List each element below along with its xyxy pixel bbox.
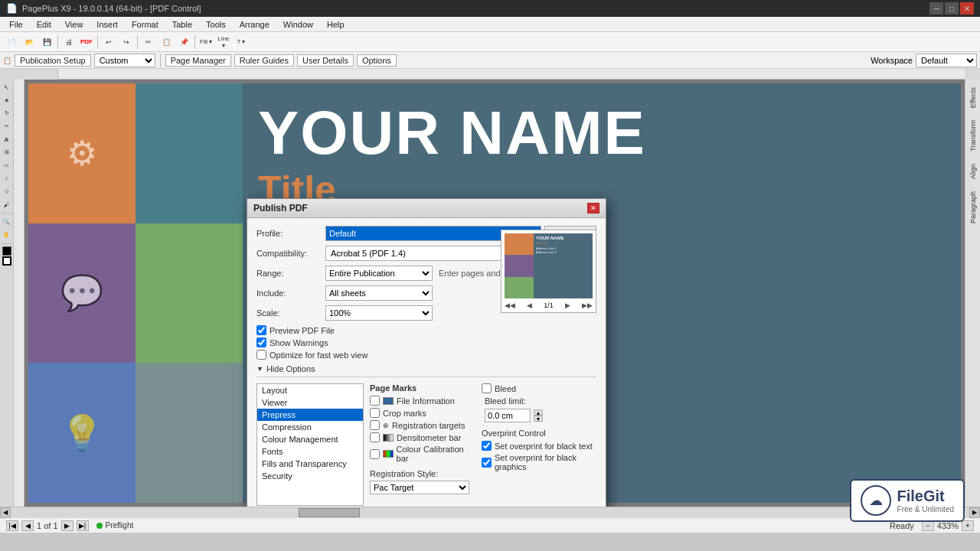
bleed-panel: Bleed Bleed limit: ▲ ▼ Overprin <box>482 383 596 506</box>
pan-tool[interactable]: ✋ <box>1 229 13 241</box>
range-select[interactable]: Entire Publication <box>325 266 433 281</box>
rotate-tool[interactable]: ↻ <box>1 107 13 119</box>
list-fonts[interactable]: Fonts <box>257 445 363 458</box>
overprint-text-checkbox[interactable] <box>482 441 492 451</box>
list-security[interactable]: Security <box>257 470 363 482</box>
prev-page-btn-status[interactable]: ◀ <box>21 520 34 531</box>
scale-select[interactable]: 100% <box>325 305 433 321</box>
menu-help[interactable]: Help <box>321 18 351 31</box>
next-page-btn[interactable]: ▶▶ <box>582 302 593 309</box>
zoom-in-btn-status[interactable]: + <box>962 520 974 531</box>
reg-style-select[interactable]: Pac Target <box>370 481 469 494</box>
pdf-btn[interactable]: PDF <box>78 34 95 50</box>
scroll-left-btn[interactable]: ◀ <box>0 507 11 518</box>
list-prepress[interactable]: Prepress <box>257 409 363 421</box>
menu-arrange[interactable]: Arrange <box>234 18 276 31</box>
menu-format[interactable]: Format <box>126 18 165 31</box>
print-btn[interactable]: 🖨 <box>60 34 77 50</box>
frame-tool[interactable]: ▭ <box>1 159 13 171</box>
bleed-spin-down[interactable]: ▼ <box>534 416 543 422</box>
menu-tools[interactable]: Tools <box>200 18 232 31</box>
ruler-guides-button[interactable]: Ruler Guides <box>234 54 294 67</box>
bleed-limit-input[interactable] <box>485 409 531 422</box>
user-details-button[interactable]: User Details <box>297 54 354 67</box>
line-draw-tool[interactable]: / <box>1 172 13 184</box>
next-page-btn-status[interactable]: ▶ <box>61 520 74 531</box>
page-manager-button[interactable]: Page Manager <box>165 54 231 67</box>
text-tool[interactable]: A <box>1 133 13 145</box>
shape-tool[interactable]: ◇ <box>1 185 13 197</box>
redo-btn[interactable]: ↪ <box>118 34 135 50</box>
zoom-in-btn[interactable]: Fill ▾ <box>198 34 214 50</box>
options-list: Layout Viewer Prepress Compression Colou… <box>256 383 364 506</box>
undo-btn[interactable]: ↩ <box>100 34 117 50</box>
list-compression[interactable]: Compression <box>257 421 363 433</box>
list-layout[interactable]: Layout <box>257 384 363 396</box>
dialog-close-button[interactable]: ✕ <box>587 203 599 214</box>
list-colour-management[interactable]: Colour Management <box>257 433 363 445</box>
scroll-right-btn[interactable]: ▶ <box>969 507 980 518</box>
node-tool[interactable]: ◈ <box>1 94 13 106</box>
optimize-web-checkbox[interactable] <box>256 350 266 360</box>
show-warnings-checkbox[interactable] <box>256 337 266 347</box>
menu-edit[interactable]: Edit <box>31 18 57 31</box>
menu-table[interactable]: Table <box>166 18 198 31</box>
overprint-graphics-checkbox[interactable] <box>482 458 492 468</box>
list-fills[interactable]: Fills and Transparency <box>257 458 363 470</box>
crop-tool[interactable]: ✂ <box>1 120 13 132</box>
transform-tab[interactable]: Transform <box>968 116 978 156</box>
paragraph-tab[interactable]: Paragraph <box>968 187 978 228</box>
include-select[interactable]: All sheets <box>325 285 433 301</box>
zoom-tool[interactable]: 🔍 <box>1 216 13 228</box>
paste-btn[interactable]: 📌 <box>175 34 192 50</box>
paint-tool[interactable]: 🖌 <box>1 198 13 210</box>
last-page-btn[interactable]: ▶| <box>77 520 89 531</box>
app-icon: 📄 <box>6 3 18 14</box>
menu-insert[interactable]: Insert <box>90 18 124 31</box>
mark-crop-checkbox[interactable] <box>370 408 380 418</box>
text-btn[interactable]: T ▾ <box>233 34 250 50</box>
hide-options-toggle[interactable]: ▼ Hide Options <box>256 364 596 373</box>
bleed-checkbox[interactable] <box>482 383 492 393</box>
menu-view[interactable]: View <box>59 18 90 31</box>
bleed-spin-up[interactable]: ▲ <box>534 409 543 416</box>
workspace-dropdown[interactable]: Default <box>916 54 977 67</box>
minimize-button[interactable]: ─ <box>929 2 943 15</box>
color-fill[interactable] <box>2 246 11 256</box>
table-tool[interactable]: ⊞ <box>1 146 13 158</box>
pub-setup-dropdown[interactable]: Custom <box>94 54 155 67</box>
effects-tab[interactable]: Effects <box>968 83 978 112</box>
menu-window[interactable]: Window <box>277 18 319 31</box>
cut-btn[interactable]: ✂ <box>140 34 157 50</box>
copy-btn[interactable]: 📋 <box>158 34 175 50</box>
sidebar-sep <box>2 213 12 214</box>
close-button[interactable]: ✕ <box>960 2 974 15</box>
scrollbar-thumb[interactable] <box>299 508 360 517</box>
optimize-web-label: Optimize for fast web view <box>270 350 368 360</box>
first-page-btn[interactable]: |◀ <box>6 520 18 531</box>
mark-calibration-checkbox[interactable] <box>370 449 380 459</box>
mark-file-info-checkbox[interactable] <box>370 396 380 406</box>
prev-btn[interactable]: ◀ <box>527 302 532 309</box>
align-tab[interactable]: Align <box>968 159 978 184</box>
line-btn[interactable]: Line ▾ <box>215 34 232 50</box>
mark-registration-checkbox[interactable] <box>370 420 380 430</box>
next-btn[interactable]: ▶ <box>565 302 570 309</box>
mark-densitometer: Densitometer bar <box>370 432 475 442</box>
arrow-tool[interactable]: ↖ <box>1 81 13 93</box>
mark-densitometer-checkbox[interactable] <box>370 432 380 442</box>
menu-file[interactable]: File <box>3 18 29 31</box>
stroke-fill[interactable] <box>2 256 11 266</box>
preview-green <box>505 277 534 298</box>
prev-page-btn[interactable]: ◀◀ <box>505 302 515 309</box>
list-viewer[interactable]: Viewer <box>257 396 363 409</box>
pub-setup-button[interactable]: Publication Setup <box>15 54 91 67</box>
preview-pdf-checkbox[interactable] <box>256 325 266 335</box>
page-nav: |◀ ◀ 1 of 1 ▶ ▶| <box>6 520 89 531</box>
color-grid: ⚙ 💬 💡 <box>28 83 243 503</box>
new-btn[interactable]: 📄 <box>3 34 20 50</box>
open-btn[interactable]: 📂 <box>21 34 38 50</box>
options-button[interactable]: Options <box>357 54 397 67</box>
save-btn[interactable]: 💾 <box>38 34 55 50</box>
restore-button[interactable]: □ <box>945 2 959 15</box>
